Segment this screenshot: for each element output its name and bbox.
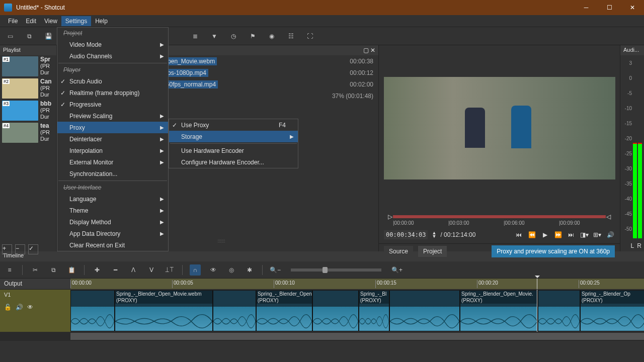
zoom-slider[interactable]	[291, 268, 381, 272]
forward-icon[interactable]: ⏩	[553, 231, 562, 238]
minimize-button[interactable]: ─	[575, 0, 598, 15]
menu-item[interactable]: Video Mode▶	[57, 39, 168, 50]
playlist-remove-button[interactable]: −	[15, 244, 25, 254]
timeline-clip[interactable]: Spring_-_Blender_Op(PROXY)	[580, 290, 644, 331]
record-icon[interactable]: ◉	[266, 30, 278, 42]
menu-item[interactable]: Deinterlacer▶	[57, 133, 168, 145]
timeline-ruler[interactable]: 00:00:0000:00:0500:00:1000:00:1500:00:20…	[70, 279, 644, 289]
list-icon[interactable]: ≣	[189, 30, 201, 42]
menu-view[interactable]: View	[40, 16, 61, 26]
timeline-clip[interactable]	[213, 290, 256, 331]
menu-item[interactable]: Interpolation▶	[57, 145, 168, 156]
playlist-item[interactable]: #4tea(PRDur	[0, 122, 56, 144]
menu-item[interactable]: App Data Directory▶	[57, 228, 168, 239]
close-button[interactable]: ✕	[621, 0, 644, 15]
preview-scrubber[interactable]: ▷ ◁ |00:00:00|00:03:00|00:06:00|00:09:00	[384, 211, 615, 226]
zoom-out-icon[interactable]: 🔍−	[270, 264, 281, 276]
maximize-button[interactable]: ☐	[598, 0, 621, 15]
menu-item[interactable]: Display Method▶	[57, 216, 168, 228]
menu-item[interactable]: ✓Scrub Audio	[57, 75, 168, 87]
timecode-current[interactable]: 00:00:34:03	[384, 230, 428, 239]
hide-icon[interactable]: 👁	[27, 304, 33, 311]
cut-icon[interactable]: ✂	[30, 264, 41, 276]
mute-icon[interactable]: 🔊	[16, 304, 23, 311]
playhead[interactable]	[537, 279, 537, 289]
playhead[interactable]	[537, 290, 537, 332]
lift-icon[interactable]: ᐱ	[128, 264, 139, 276]
fullscreen-icon[interactable]: ⛶	[304, 30, 316, 42]
playlist-item[interactable]: #1Spr(PRDur	[0, 55, 56, 77]
track-name: V1	[4, 292, 66, 298]
append-icon[interactable]: ✚	[92, 264, 103, 276]
lock-icon[interactable]: 🔓	[4, 304, 12, 311]
stack-icon[interactable]: ☷	[285, 30, 297, 42]
tl-menu-icon[interactable]: ≡	[4, 264, 15, 276]
split-icon[interactable]: ⟘⟙	[164, 264, 175, 276]
timeline-scrollbar[interactable]	[0, 332, 644, 341]
skip-next-icon[interactable]: ⏭	[567, 231, 576, 238]
track-body[interactable]: Spring_-_Blender_Open_Movie.webm(PROXY)S…	[70, 290, 644, 332]
timeline-clip[interactable]: Spring_-_Blender_Open_Movie.(PROXY)	[460, 290, 538, 331]
open-other-icon[interactable]: ⧉	[23, 30, 35, 42]
timeline-clip[interactable]: Spring_-_Blender_Open(PROXY)	[256, 290, 312, 331]
open-file-icon[interactable]: ▭	[4, 30, 16, 42]
markers-icon[interactable]: ⚑	[247, 30, 259, 42]
grid-icon[interactable]: ⊞▾	[593, 231, 602, 238]
zoom-icon[interactable]: ◨▾	[580, 231, 589, 238]
skip-prev-icon[interactable]: ⏮	[514, 231, 523, 238]
volume-icon[interactable]: 🔊	[606, 231, 615, 238]
video-preview[interactable]	[379, 45, 620, 211]
save-icon[interactable]: 💾	[42, 30, 54, 42]
menu-item[interactable]: ✓Progressive	[57, 99, 168, 110]
out-point-icon[interactable]: ◁	[606, 213, 611, 220]
playlist-item[interactable]: #2Can(PRDur	[0, 77, 56, 100]
timeline-clip[interactable]	[538, 290, 580, 331]
timeline-clip[interactable]	[389, 290, 460, 331]
playlist-add-button[interactable]: +	[2, 244, 12, 254]
remove-icon[interactable]: ━	[110, 264, 121, 276]
playlist-item[interactable]: #3bbb(PRDur	[0, 100, 56, 122]
timer-icon[interactable]: ◷	[227, 30, 239, 42]
paste-icon[interactable]: 📋	[66, 264, 77, 276]
overwrite-icon[interactable]: ᐯ	[146, 264, 157, 276]
copy-icon[interactable]: ⧉	[48, 264, 59, 276]
menu-file[interactable]: File	[4, 16, 22, 26]
menu-edit[interactable]: Edit	[22, 16, 40, 26]
menu-item[interactable]: Language▶	[57, 193, 168, 205]
timeline-clip[interactable]	[70, 290, 115, 331]
submenu-item[interactable]: Use Hardware Encoder	[169, 145, 298, 156]
rewind-icon[interactable]: ⏪	[527, 231, 536, 238]
tab-project[interactable]: Project	[418, 246, 447, 257]
tab-source[interactable]: Source	[384, 246, 413, 257]
menu-item[interactable]: ✓Realtime (frame dropping)	[57, 87, 168, 99]
menu-item[interactable]: Clear Recent on Exit	[57, 239, 168, 251]
play-icon[interactable]: ▶	[540, 231, 549, 238]
menu-help[interactable]: Help	[91, 16, 112, 26]
menu-item[interactable]: Theme▶	[57, 205, 168, 216]
scrub-icon[interactable]: 👁	[208, 264, 219, 276]
menu-item[interactable]: External Monitor▶	[57, 156, 168, 168]
timecode-spinner[interactable]: ▲▼	[432, 231, 436, 238]
snap-icon[interactable]: ∩	[190, 264, 201, 276]
menu-item[interactable]: Preview Scaling▶	[57, 110, 168, 122]
timeline-clip[interactable]: Spring_-_Bl(PROXY)	[359, 290, 389, 331]
timeline-clip[interactable]: Spring_-_Blender_Open_Movie.webm(PROXY)	[115, 290, 213, 331]
filters-icon[interactable]: ▼	[208, 30, 220, 42]
drag-handle-icon[interactable]: ::::::	[218, 238, 225, 243]
playlist-check-button[interactable]: ✓	[28, 244, 38, 254]
menu-settings[interactable]: Settings	[61, 16, 91, 26]
menu-item[interactable]: Audio Channels▶	[57, 50, 168, 62]
zoom-in-icon[interactable]: 🔍+	[391, 264, 403, 276]
ripple-all-icon[interactable]: ✱	[244, 264, 255, 276]
jobs-panel-buttons[interactable]: ▢ ✕	[363, 47, 375, 54]
proxy-notice[interactable]: Proxy and preview scaling are ON at 360p	[492, 245, 615, 257]
ripple-icon[interactable]: ◎	[226, 264, 237, 276]
in-point-icon[interactable]: ▷	[388, 213, 392, 220]
menu-item[interactable]: Proxy▶	[57, 122, 168, 133]
submenu-item[interactable]: ✓Use ProxyF4	[169, 119, 298, 131]
submenu-item[interactable]: Storage▶	[169, 131, 298, 142]
menu-item[interactable]: Synchronization...	[57, 168, 168, 179]
track-header[interactable]: V1 🔓 🔊 👁	[0, 290, 70, 332]
timeline-clip[interactable]	[312, 290, 359, 331]
submenu-item[interactable]: Configure Hardware Encoder...	[169, 156, 298, 168]
